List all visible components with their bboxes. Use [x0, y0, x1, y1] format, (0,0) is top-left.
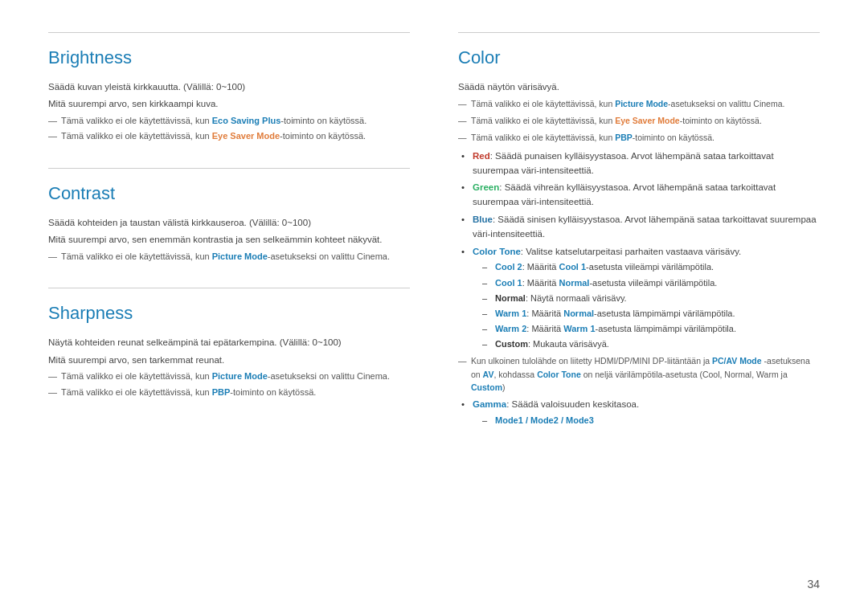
- sharpness-note-2-suffix: -toiminto on käytössä.: [230, 387, 316, 397]
- contrast-note-1: Tämä valikko ei ole käytettävissä, kun P…: [48, 250, 410, 264]
- divider-sharpness: [48, 288, 410, 288]
- sub-normal: Normal: Näytä normaali värisävy.: [482, 292, 820, 305]
- bullet-gamma: Gamma: Säädä valoisuuden keskitasoa. Mod…: [458, 398, 820, 427]
- sharpness-note-2-text: Tämä valikko ei ole käytettävissä, kun: [61, 387, 212, 397]
- contrast-note-1-suffix: -asetukseksi on valittu Cinema.: [268, 251, 390, 261]
- contrast-note-1-highlight: Picture Mode: [212, 251, 268, 261]
- sharpness-note-1-text: Tämä valikko ei ole käytettävissä, kun: [61, 371, 212, 381]
- bullet-red-text: : Säädä punaisen kylläisyystasoa. Arvot …: [473, 151, 774, 175]
- bullet-color-tone-label: Color Tone: [473, 247, 521, 256]
- bullet-color-tone: Color Tone: Valitse katselutarpeitasi pa…: [458, 245, 820, 351]
- sharpness-para-2: Mitä suurempi arvo, sen tarkemmat reunat…: [48, 353, 410, 367]
- color-note-2: Tämä valikko ei ole käytettävissä, kun E…: [458, 114, 820, 128]
- section-body-contrast: Säädä kohteiden ja taustan välistä kirkk…: [48, 215, 410, 264]
- contrast-para-2: Mitä suurempi arvo, sen enemmän kontrast…: [48, 232, 410, 247]
- gamma-bullet-list: Gamma: Säädä valoisuuden keskitasoa. Mod…: [458, 398, 820, 427]
- left-column: Brightness Säädä kuvan yleistä kirkkauut…: [48, 32, 410, 581]
- bullet-gamma-label: Gamma: [473, 399, 506, 409]
- bullet-color-tone-text: : Valitse katselutarpeitasi parhaiten va…: [521, 247, 741, 256]
- divider-contrast: [48, 168, 410, 169]
- sharpness-note-1-suffix: -asetukseksi on valittu Cinema.: [268, 371, 390, 381]
- page-content: Brightness Säädä kuvan yleistä kirkkauut…: [0, 0, 868, 613]
- brightness-note-1-suffix: -toiminto on käytössä.: [280, 116, 366, 125]
- brightness-note-1-highlight: Eco Saving Plus: [212, 116, 281, 125]
- bullet-red: Red: Säädä punaisen kylläisyystasoa. Arv…: [458, 149, 820, 178]
- section-title-sharpness: Sharpness: [48, 303, 410, 324]
- bullet-gamma-text: : Säädä valoisuuden keskitasoa.: [506, 399, 639, 409]
- contrast-note-1-text: Tämä valikko ei ole käytettävissä, kun: [61, 251, 212, 261]
- bullet-red-label: Red: [473, 151, 490, 161]
- brightness-note-2-highlight: Eye Saver Mode: [212, 131, 280, 141]
- brightness-note-2-suffix: -toiminto on käytössä.: [280, 131, 366, 141]
- section-body-color: Säädä näytön värisävyä. Tämä valikko ei …: [458, 80, 820, 427]
- sharpness-para-1: Näytä kohteiden reunat selkeämpinä tai e…: [48, 335, 410, 349]
- right-column: Color Säädä näytön värisävyä. Tämä valik…: [458, 32, 820, 581]
- section-body-sharpness: Näytä kohteiden reunat selkeämpinä tai e…: [48, 335, 410, 399]
- color-bullet-list: Red: Säädä punaisen kylläisyystasoa. Arv…: [458, 149, 820, 351]
- sub-gamma-modes: Mode1 / Mode2 / Mode3: [482, 414, 820, 427]
- brightness-note-2: Tämä valikko ei ole käytettävissä, kun E…: [48, 129, 410, 144]
- sub-warm1: Warm 1: Määritä Normal-asetusta lämpimäm…: [482, 307, 820, 321]
- section-body-brightness: Säädä kuvan yleistä kirkkauutta. (Välill…: [48, 80, 410, 144]
- bullet-blue-text: : Säädä sinisen kylläisyystasoa. Arvot l…: [473, 215, 817, 239]
- color-extern-note: Kun ulkoinen tulolähde on liitetty HDMI/…: [458, 354, 820, 394]
- color-tone-sub-list: Cool 2: Määritä Cool 1-asetusta viileämp…: [482, 260, 820, 350]
- sharpness-note-2: Tämä valikko ei ole käytettävissä, kun P…: [48, 386, 410, 400]
- section-contrast: Contrast Säädä kohteiden ja taustan väli…: [48, 168, 410, 265]
- page-number: 34: [807, 578, 820, 591]
- bullet-green-label: Green: [473, 182, 499, 192]
- brightness-para-2: Mitä suurempi arvo, sen kirkkaampi kuva.: [48, 96, 410, 111]
- contrast-para-1: Säädä kohteiden ja taustan välistä kirkk…: [48, 215, 410, 230]
- divider-color: [458, 32, 820, 33]
- sub-cool2: Cool 2: Määritä Cool 1-asetusta viileämp…: [482, 260, 820, 274]
- bullet-green-text: : Säädä vihreän kylläisyystasoa. Arvot l…: [473, 182, 776, 206]
- color-note-1: Tämä valikko ei ole käytettävissä, kun P…: [458, 97, 820, 111]
- section-title-color: Color: [458, 47, 820, 68]
- color-intro: Säädä näytön värisävyä.: [458, 80, 820, 94]
- brightness-note-2-text: Tämä valikko ei ole käytettävissä, kun: [61, 131, 212, 141]
- divider-brightness: [48, 32, 410, 33]
- brightness-note-1-text: Tämä valikko ei ole käytettävissä, kun: [61, 116, 212, 125]
- sharpness-note-1-highlight: Picture Mode: [212, 371, 268, 381]
- brightness-para-1: Säädä kuvan yleistä kirkkauutta. (Välill…: [48, 80, 410, 94]
- color-note-3: Tämä valikko ei ole käytettävissä, kun P…: [458, 131, 820, 145]
- section-brightness: Brightness Säädä kuvan yleistä kirkkauut…: [48, 32, 410, 145]
- bullet-blue-label: Blue: [473, 215, 493, 224]
- section-title-contrast: Contrast: [48, 183, 410, 204]
- sharpness-note-1: Tämä valikko ei ole käytettävissä, kun P…: [48, 370, 410, 384]
- sub-custom: Custom: Mukauta värisävyä.: [482, 337, 820, 351]
- section-title-brightness: Brightness: [48, 47, 410, 68]
- section-color: Color Säädä näytön värisävyä. Tämä valik…: [458, 32, 820, 431]
- sub-warm2: Warm 2: Määritä Warm 1-asetusta lämpimäm…: [482, 322, 820, 336]
- gamma-sub-list: Mode1 / Mode2 / Mode3: [482, 414, 820, 427]
- sharpness-note-2-highlight: PBP: [212, 387, 231, 397]
- section-sharpness: Sharpness Näytä kohteiden reunat selkeäm…: [48, 288, 410, 401]
- brightness-note-1: Tämä valikko ei ole käytettävissä, kun E…: [48, 114, 410, 129]
- bullet-green: Green: Säädä vihreän kylläisyystasoa. Ar…: [458, 181, 820, 210]
- bullet-blue: Blue: Säädä sinisen kylläisyystasoa. Arv…: [458, 213, 820, 242]
- sub-cool1: Cool 1: Määritä Normal-asetusta viileämp…: [482, 276, 820, 290]
